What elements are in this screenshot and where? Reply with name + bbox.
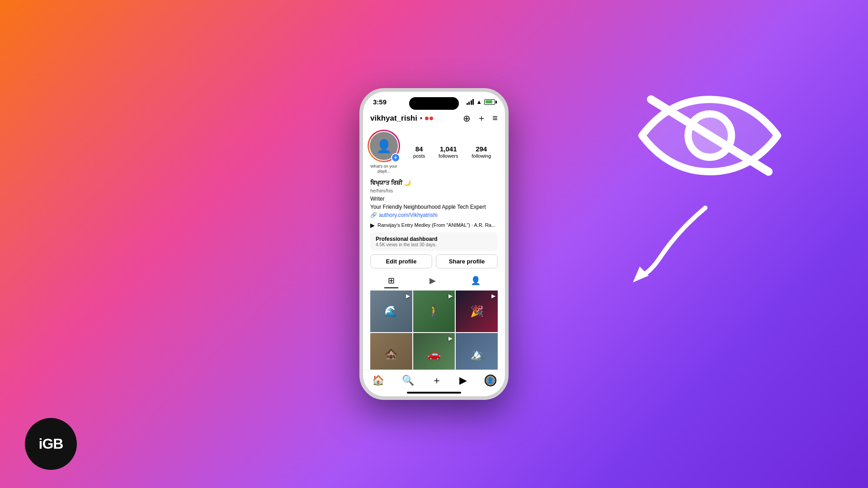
stats-row: 84 posts 1,041 followers 294 following (406, 145, 498, 159)
bio-description: Your Friendly Neighbourhood Apple Tech E… (370, 203, 498, 211)
action-buttons: Edit profile Share profile (370, 254, 498, 268)
followers-count: 1,041 (440, 145, 457, 153)
grid-item-5[interactable]: 🚗 ▶ (413, 333, 455, 375)
reel-icon-5: ▶ (448, 335, 453, 342)
add-story-button[interactable]: + (391, 153, 400, 162)
tagged-tab[interactable]: 👤 (467, 274, 484, 288)
status-time: 3:59 (373, 98, 387, 106)
instagram-screen: vikhyat_rishi ▾ ⊕ ＋ ≡ (363, 108, 505, 390)
notification-dots (425, 117, 433, 120)
dashboard-subtitle: 4.5K views in the last 30 days. (376, 242, 492, 247)
top-nav: vikhyat_rishi ▾ ⊕ ＋ ≡ (363, 108, 505, 128)
link-icon: 🔗 (370, 211, 377, 219)
bio-section: ਵਿਖ੍ਯਾਤ ਰਿਸ਼ੀ 🌙 he/him/his Writer Your F… (370, 178, 498, 219)
music-row[interactable]: ▶ Ranvijay's Entry Medley (From "ANIMAL"… (370, 222, 498, 229)
status-icons: ▲ (467, 99, 495, 105)
grid-item-2[interactable]: 🚶 ▶ (413, 291, 455, 333)
profile-nav-button[interactable]: 👤 (485, 375, 496, 386)
profile-section: 👤 + What's on your playli... 84 posts (363, 128, 505, 379)
following-count: 294 (476, 145, 487, 153)
music-icon: ▶ (370, 222, 375, 229)
bio-link[interactable]: 🔗 authory.com/Vikhyatrishi (370, 211, 498, 219)
reel-icon-3: ▶ (491, 293, 495, 299)
profile-row: 👤 + What's on your playli... 84 posts (370, 130, 498, 174)
bio-pronouns: he/him/his (370, 187, 498, 195)
edit-profile-button[interactable]: Edit profile (370, 254, 432, 268)
threads-button[interactable]: ⊕ (463, 113, 471, 124)
home-indicator (407, 392, 461, 394)
wifi-icon: ▲ (476, 99, 482, 105)
music-text: Ranvijay's Entry Medley (From "ANIMAL") … (377, 222, 498, 228)
phone-frame: 3:59 ▲ vikhyat_rishi ▾ (359, 88, 509, 400)
phone-screen: 3:59 ▲ vikhyat_rishi ▾ (363, 92, 505, 396)
dynamic-island (409, 97, 459, 110)
followers-label: followers (439, 153, 458, 159)
reels-nav-button[interactable]: ▶ (459, 375, 467, 386)
story-label: What's on your playli... (370, 164, 397, 174)
grid-tab[interactable]: ⊞ (384, 274, 398, 288)
username-label: vikhyat_rishi (370, 114, 417, 123)
share-profile-button[interactable]: Share profile (436, 254, 498, 268)
followers-stat[interactable]: 1,041 followers (439, 145, 458, 159)
grid-item-4[interactable]: 🏚️ (370, 333, 412, 375)
grid-item-6[interactable]: 🏔️ (456, 333, 498, 375)
photo-grid: 🌊 ▶ 🚶 ▶ 🎉 ▶ 🏚️ 🚗 (370, 291, 498, 375)
arrow-icon (615, 194, 714, 285)
reel-icon-1: ▶ (406, 293, 410, 299)
posts-count: 84 (415, 145, 423, 153)
grid-item-1[interactable]: 🌊 ▶ (370, 291, 412, 333)
following-stat[interactable]: 294 following (472, 145, 491, 159)
dashboard-title: Professional dashboard (376, 236, 492, 242)
home-nav-button[interactable]: 🏠 (372, 375, 384, 386)
bio-title: Writer (370, 195, 498, 203)
username-row: vikhyat_rishi ▾ (370, 114, 433, 123)
professional-dashboard[interactable]: Professional dashboard 4.5K views in the… (370, 232, 498, 251)
dropdown-icon: ▾ (420, 116, 422, 121)
posts-stat: 84 posts (413, 145, 425, 159)
add-content-button[interactable]: ＋ (477, 112, 486, 124)
create-nav-button[interactable]: ＋ (432, 374, 442, 387)
following-label: following (472, 153, 491, 159)
dot2 (429, 117, 433, 120)
battery-icon (484, 99, 495, 105)
hide-eye-icon (633, 72, 787, 199)
grid-item-3[interactable]: 🎉 ▶ (456, 291, 498, 333)
content-tabs: ⊞ ▶ 👤 (370, 272, 498, 291)
reels-tab[interactable]: ▶ (426, 274, 439, 288)
reel-icon-2: ▶ (448, 293, 453, 299)
nav-icons: ⊕ ＋ ≡ (463, 112, 498, 124)
story-highlight-item[interactable]: 👤 + What's on your playli... (370, 130, 397, 174)
search-nav-button[interactable]: 🔍 (402, 375, 414, 386)
avatar-container: 👤 + (368, 130, 400, 162)
signal-icon (467, 99, 474, 105)
svg-marker-2 (633, 267, 649, 282)
display-name: ਵਿਖ੍ਯਾਤ ਰਿਸ਼ੀ 🌙 (370, 178, 498, 188)
igb-logo: iGB (25, 418, 77, 470)
menu-button[interactable]: ≡ (492, 113, 498, 123)
posts-label: posts (413, 153, 425, 159)
dot1 (425, 117, 429, 120)
